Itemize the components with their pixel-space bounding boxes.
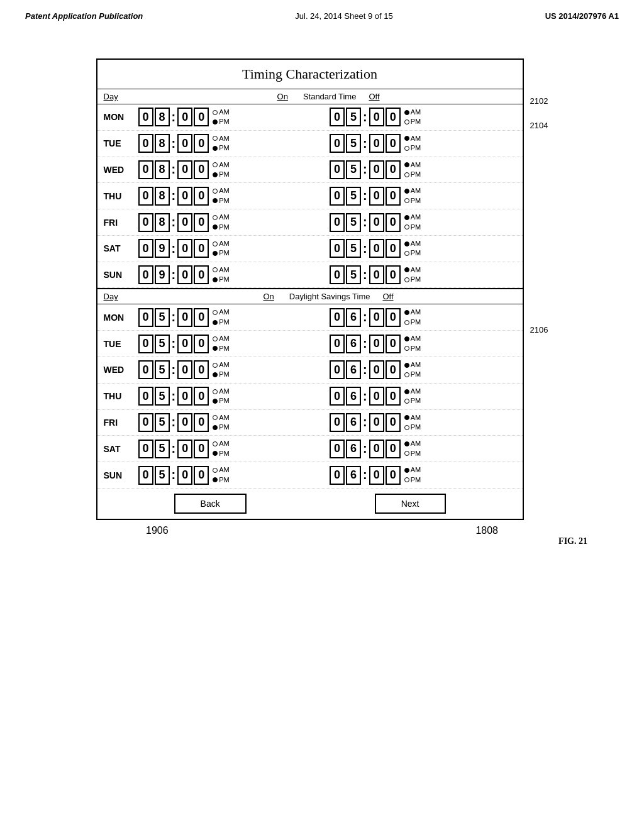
colon: :	[172, 241, 176, 256]
ampm-selector: AM PM	[404, 413, 421, 433]
pm-radio	[213, 119, 218, 124]
on-time-block: 08:00 AM PM	[138, 186, 325, 206]
on-time-block: 05:00 AM PM	[138, 413, 325, 433]
am-label: AM	[411, 439, 421, 448]
patent-left: Patent Application Publication	[25, 11, 143, 21]
digit-box: 0	[369, 413, 384, 432]
on-time-block: 09:00 AM PM	[138, 265, 325, 285]
digit-box: 5	[346, 187, 361, 206]
am-radio	[213, 363, 218, 368]
pm-label: PM	[411, 370, 421, 379]
dst-middle-header: Daylight Savings Time	[289, 292, 370, 301]
am-radio	[404, 389, 409, 394]
am-row: AM	[404, 239, 421, 248]
digit-box: 0	[194, 160, 209, 179]
pm-row: PM	[404, 248, 421, 258]
pm-radio	[404, 119, 409, 124]
off-time-block: 06:00 AM PM	[330, 439, 516, 458]
off-time-block: 05:00 AM PM	[330, 160, 516, 180]
am-radio	[213, 136, 218, 141]
am-row: AM	[213, 186, 230, 196]
figure-label: FIG. 21	[558, 536, 587, 546]
pm-radio	[213, 477, 218, 482]
digit-box: 0	[369, 308, 384, 327]
ampm-selector: AM PM	[404, 213, 421, 232]
dst-day-header: Day	[104, 292, 138, 301]
off-time-block: 06:00 AM PM	[330, 387, 516, 406]
colon: :	[172, 215, 176, 230]
am-label: AM	[219, 413, 230, 423]
on-time-block: 05:00 AM PM	[138, 334, 325, 353]
am-radio	[213, 110, 218, 115]
digit-box: 0	[330, 160, 345, 179]
colon: :	[172, 268, 176, 282]
digit-box: 8	[155, 213, 170, 232]
digit-box: 6	[346, 360, 361, 379]
off-time-block: 05:00 AM PM	[330, 213, 516, 232]
colon: :	[363, 310, 367, 324]
ampm-selector: AM PM	[213, 213, 230, 232]
pm-label: PM	[411, 117, 421, 126]
pm-radio	[213, 146, 218, 151]
am-label: AM	[219, 108, 230, 117]
digit-box: 6	[346, 413, 361, 432]
digit-box: 5	[346, 160, 361, 179]
colon: :	[172, 389, 176, 404]
digit-box: 0	[386, 213, 401, 232]
digit-box: 0	[177, 108, 192, 126]
pm-label: PM	[411, 318, 421, 327]
digit-box: 8	[155, 187, 170, 206]
ampm-selector: AM PM	[404, 134, 421, 153]
digit-box: 0	[138, 187, 153, 206]
pm-row: PM	[213, 196, 230, 206]
time-row: TUE 05:00 AM PM 06:00	[97, 331, 523, 357]
digit-box: 9	[155, 265, 170, 284]
digit-box: 0	[330, 108, 345, 126]
pm-row: PM	[404, 223, 421, 232]
digit-box: 0	[330, 213, 345, 232]
digit-box: 0	[194, 239, 209, 258]
am-row: AM	[213, 160, 230, 170]
ref-2104: 2104	[530, 121, 548, 130]
colon: :	[363, 162, 367, 177]
colon: :	[172, 415, 176, 429]
pm-radio	[213, 277, 218, 282]
pm-row: PM	[213, 344, 230, 353]
am-label: AM	[411, 186, 421, 196]
digit-box: 0	[138, 160, 153, 179]
colon: :	[363, 336, 367, 351]
bottom-labels: 1906 1808	[108, 525, 536, 536]
am-radio	[213, 441, 218, 446]
ampm-selector: AM PM	[404, 160, 421, 180]
ampm-selector: AM PM	[213, 439, 230, 458]
next-button[interactable]: Next	[375, 494, 446, 514]
digit-box: 0	[177, 134, 192, 153]
digit-box: 0	[369, 187, 384, 206]
digit-box: 0	[177, 360, 192, 379]
ampm-selector: AM PM	[404, 439, 421, 458]
back-button[interactable]: Back	[174, 494, 247, 514]
digit-box: 0	[369, 265, 384, 284]
digit-box: 0	[177, 335, 192, 353]
on-time-block: 08:00 AM PM	[138, 134, 325, 153]
am-label: AM	[219, 307, 230, 317]
digit-box: 5	[155, 335, 170, 353]
ampm-selector: AM PM	[404, 186, 421, 206]
pm-label: PM	[411, 143, 421, 153]
am-radio	[213, 310, 218, 315]
digit-box: 5	[346, 108, 361, 126]
pm-radio	[404, 346, 409, 351]
off-time-block: 06:00 AM PM	[330, 334, 516, 353]
am-radio	[404, 336, 409, 341]
am-row: AM	[213, 439, 230, 448]
colon: :	[363, 268, 367, 282]
digit-box: 0	[194, 466, 209, 485]
digit-box: 0	[138, 308, 153, 327]
pm-radio	[404, 146, 409, 151]
am-label: AM	[219, 360, 230, 370]
ampm-selector: AM PM	[404, 387, 421, 406]
am-radio	[404, 310, 409, 315]
digit-box: 8	[155, 108, 170, 126]
pm-row: PM	[213, 170, 230, 179]
pm-row: PM	[213, 117, 230, 126]
